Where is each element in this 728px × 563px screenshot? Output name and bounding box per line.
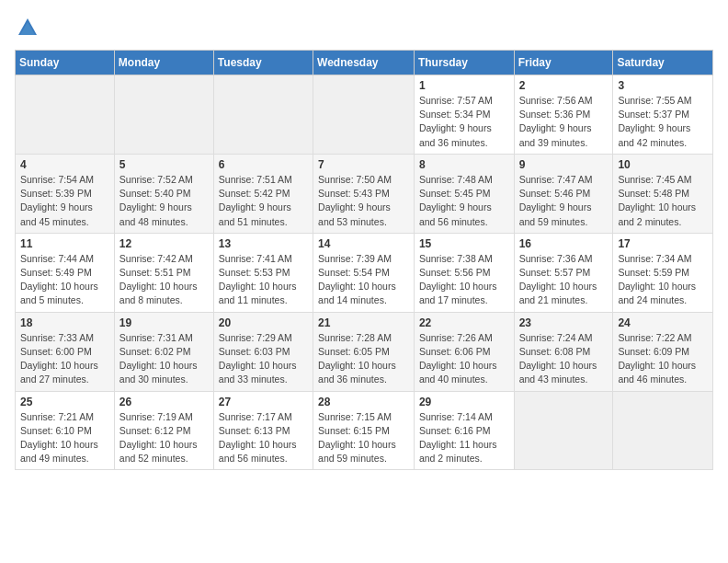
- day-info: Sunrise: 7:34 AM Sunset: 5:59 PM Dayligh…: [618, 252, 708, 308]
- calendar-cell: 12Sunrise: 7:42 AM Sunset: 5:51 PM Dayli…: [114, 233, 213, 312]
- day-info: Sunrise: 7:24 AM Sunset: 6:08 PM Dayligh…: [519, 331, 609, 387]
- calendar-cell: 11Sunrise: 7:44 AM Sunset: 5:49 PM Dayli…: [16, 233, 115, 312]
- day-number: 13: [219, 237, 308, 250]
- calendar-cell: 19Sunrise: 7:31 AM Sunset: 6:02 PM Dayli…: [114, 312, 213, 391]
- day-number: 14: [318, 237, 409, 250]
- day-number: 5: [119, 158, 209, 171]
- calendar-cell: 28Sunrise: 7:15 AM Sunset: 6:15 PM Dayli…: [313, 391, 415, 470]
- day-number: 6: [219, 158, 308, 171]
- day-info: Sunrise: 7:31 AM Sunset: 6:02 PM Dayligh…: [119, 331, 209, 387]
- calendar-cell: 10Sunrise: 7:45 AM Sunset: 5:48 PM Dayli…: [613, 154, 713, 233]
- day-info: Sunrise: 7:29 AM Sunset: 6:03 PM Dayligh…: [219, 331, 308, 387]
- calendar-cell: [613, 391, 713, 470]
- calendar-week-row: 18Sunrise: 7:33 AM Sunset: 6:00 PM Dayli…: [16, 312, 713, 391]
- calendar-cell: 18Sunrise: 7:33 AM Sunset: 6:00 PM Dayli…: [16, 312, 115, 391]
- day-info: Sunrise: 7:17 AM Sunset: 6:13 PM Dayligh…: [219, 410, 308, 466]
- day-info: Sunrise: 7:55 AM Sunset: 5:37 PM Dayligh…: [618, 94, 708, 150]
- day-info: Sunrise: 7:47 AM Sunset: 5:46 PM Dayligh…: [519, 173, 609, 229]
- calendar-cell: 22Sunrise: 7:26 AM Sunset: 6:06 PM Dayli…: [414, 312, 514, 391]
- calendar-week-row: 11Sunrise: 7:44 AM Sunset: 5:49 PM Dayli…: [16, 233, 713, 312]
- calendar-cell: 5Sunrise: 7:52 AM Sunset: 5:40 PM Daylig…: [114, 154, 213, 233]
- day-info: Sunrise: 7:28 AM Sunset: 6:05 PM Dayligh…: [318, 331, 409, 387]
- calendar-cell: 15Sunrise: 7:38 AM Sunset: 5:56 PM Dayli…: [414, 233, 514, 312]
- calendar-cell: 24Sunrise: 7:22 AM Sunset: 6:09 PM Dayli…: [613, 312, 713, 391]
- day-info: Sunrise: 7:45 AM Sunset: 5:48 PM Dayligh…: [618, 173, 708, 229]
- calendar-cell: 16Sunrise: 7:36 AM Sunset: 5:57 PM Dayli…: [514, 233, 613, 312]
- calendar-cell: [313, 75, 415, 155]
- day-number: 15: [419, 237, 509, 250]
- calendar-table: SundayMondayTuesdayWednesdayThursdayFrid…: [15, 50, 713, 470]
- day-number: 19: [119, 316, 209, 329]
- calendar-cell: [114, 75, 213, 155]
- day-number: 26: [119, 396, 209, 408]
- day-number: 25: [20, 396, 109, 408]
- column-header-sunday: Sunday: [16, 51, 115, 75]
- day-info: Sunrise: 7:52 AM Sunset: 5:40 PM Dayligh…: [119, 173, 209, 229]
- calendar-cell: 25Sunrise: 7:21 AM Sunset: 6:10 PM Dayli…: [16, 391, 115, 470]
- day-number: 3: [618, 79, 708, 92]
- calendar-cell: 1Sunrise: 7:57 AM Sunset: 5:34 PM Daylig…: [414, 75, 514, 155]
- day-info: Sunrise: 7:14 AM Sunset: 6:16 PM Dayligh…: [419, 410, 509, 466]
- calendar-cell: 13Sunrise: 7:41 AM Sunset: 5:53 PM Dayli…: [213, 233, 313, 312]
- day-number: 23: [519, 316, 609, 329]
- calendar-week-row: 4Sunrise: 7:54 AM Sunset: 5:39 PM Daylig…: [16, 154, 713, 233]
- day-number: 12: [119, 237, 209, 250]
- day-info: Sunrise: 7:39 AM Sunset: 5:54 PM Dayligh…: [318, 252, 409, 308]
- calendar-cell: [213, 75, 313, 155]
- day-number: 2: [519, 79, 609, 92]
- day-number: 9: [519, 158, 609, 171]
- day-info: Sunrise: 7:22 AM Sunset: 6:09 PM Dayligh…: [618, 331, 708, 387]
- day-number: 18: [20, 316, 109, 329]
- day-info: Sunrise: 7:19 AM Sunset: 6:12 PM Dayligh…: [119, 410, 209, 466]
- day-number: 10: [618, 158, 708, 171]
- day-info: Sunrise: 7:41 AM Sunset: 5:53 PM Dayligh…: [219, 252, 308, 308]
- day-info: Sunrise: 7:33 AM Sunset: 6:00 PM Dayligh…: [20, 331, 109, 387]
- day-number: 22: [419, 316, 509, 329]
- day-number: 27: [219, 396, 308, 408]
- calendar-cell: [514, 391, 613, 470]
- calendar-week-row: 1Sunrise: 7:57 AM Sunset: 5:34 PM Daylig…: [16, 75, 713, 155]
- calendar-cell: 6Sunrise: 7:51 AM Sunset: 5:42 PM Daylig…: [213, 154, 313, 233]
- day-info: Sunrise: 7:26 AM Sunset: 6:06 PM Dayligh…: [419, 331, 509, 387]
- day-number: 24: [618, 316, 708, 329]
- calendar-cell: 23Sunrise: 7:24 AM Sunset: 6:08 PM Dayli…: [514, 312, 613, 391]
- calendar-cell: 17Sunrise: 7:34 AM Sunset: 5:59 PM Dayli…: [613, 233, 713, 312]
- calendar-cell: 2Sunrise: 7:56 AM Sunset: 5:36 PM Daylig…: [514, 75, 613, 155]
- calendar-week-row: 25Sunrise: 7:21 AM Sunset: 6:10 PM Dayli…: [16, 391, 713, 470]
- column-header-saturday: Saturday: [613, 51, 713, 75]
- day-info: Sunrise: 7:42 AM Sunset: 5:51 PM Dayligh…: [119, 252, 209, 308]
- calendar-cell: 9Sunrise: 7:47 AM Sunset: 5:46 PM Daylig…: [514, 154, 613, 233]
- calendar-cell: 8Sunrise: 7:48 AM Sunset: 5:45 PM Daylig…: [414, 154, 514, 233]
- day-info: Sunrise: 7:21 AM Sunset: 6:10 PM Dayligh…: [20, 410, 109, 466]
- page-header: [15, 15, 713, 40]
- calendar-cell: 21Sunrise: 7:28 AM Sunset: 6:05 PM Dayli…: [313, 312, 415, 391]
- column-header-friday: Friday: [514, 51, 613, 75]
- day-info: Sunrise: 7:44 AM Sunset: 5:49 PM Dayligh…: [20, 252, 109, 308]
- day-number: 8: [419, 158, 509, 171]
- logo: [15, 15, 42, 40]
- day-info: Sunrise: 7:54 AM Sunset: 5:39 PM Dayligh…: [20, 173, 109, 229]
- day-number: 7: [318, 158, 409, 171]
- day-number: 21: [318, 316, 409, 329]
- calendar-cell: 4Sunrise: 7:54 AM Sunset: 5:39 PM Daylig…: [16, 154, 115, 233]
- day-number: 29: [419, 396, 509, 408]
- calendar-body: 1Sunrise: 7:57 AM Sunset: 5:34 PM Daylig…: [16, 75, 713, 470]
- column-header-monday: Monday: [114, 51, 213, 75]
- day-info: Sunrise: 7:56 AM Sunset: 5:36 PM Dayligh…: [519, 94, 609, 150]
- day-number: 17: [618, 237, 708, 250]
- calendar-cell: 27Sunrise: 7:17 AM Sunset: 6:13 PM Dayli…: [213, 391, 313, 470]
- calendar-cell: [16, 75, 115, 155]
- day-number: 11: [20, 237, 109, 250]
- logo-icon: [15, 15, 40, 40]
- day-number: 4: [20, 158, 109, 171]
- column-header-wednesday: Wednesday: [313, 51, 415, 75]
- day-info: Sunrise: 7:50 AM Sunset: 5:43 PM Dayligh…: [318, 173, 409, 229]
- calendar-cell: 14Sunrise: 7:39 AM Sunset: 5:54 PM Dayli…: [313, 233, 415, 312]
- day-info: Sunrise: 7:15 AM Sunset: 6:15 PM Dayligh…: [318, 410, 409, 466]
- day-info: Sunrise: 7:48 AM Sunset: 5:45 PM Dayligh…: [419, 173, 509, 229]
- column-header-thursday: Thursday: [414, 51, 514, 75]
- column-header-tuesday: Tuesday: [213, 51, 313, 75]
- day-number: 1: [419, 79, 509, 92]
- calendar-cell: 20Sunrise: 7:29 AM Sunset: 6:03 PM Dayli…: [213, 312, 313, 391]
- day-number: 16: [519, 237, 609, 250]
